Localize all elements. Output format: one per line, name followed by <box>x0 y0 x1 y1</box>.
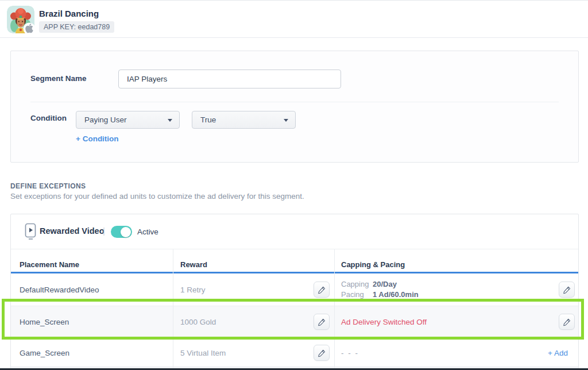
column-divider <box>334 249 335 369</box>
segment-name-input[interactable] <box>118 70 341 88</box>
condition-label: Condition <box>30 114 67 122</box>
define-exceptions-title: DEFINE EXCEPTIONS <box>10 182 86 190</box>
edit-reward-button[interactable] <box>314 314 330 330</box>
column-capping-pacing: Capping & Pacing <box>341 260 405 269</box>
add-condition-link[interactable]: + Condition <box>76 134 119 143</box>
app-key-badge: APP KEY: eedad789 <box>39 21 114 33</box>
pencil-icon <box>563 286 571 294</box>
condition-value-dropdown[interactable]: True <box>192 111 296 129</box>
ad-delivery-off-status: Ad Delivery Switched Off <box>341 318 427 326</box>
app-header-bar: Brazil Dancing APP KEY: eedad789 <box>0 0 588 38</box>
table-header-underline <box>11 272 578 273</box>
edit-reward-button[interactable] <box>314 345 330 361</box>
pacing-value: 1 Ad/60.0min <box>373 290 419 299</box>
apple-icon <box>23 22 36 36</box>
placement-name-cell: Game_Screen <box>20 349 69 357</box>
card-header-divider <box>11 249 578 249</box>
condition-value-value: True <box>200 115 216 124</box>
condition-type-dropdown[interactable]: Paying User <box>76 111 180 129</box>
column-divider <box>173 249 173 369</box>
rewarded-video-card: Rewarded Video | Active Placement Name R… <box>10 214 579 370</box>
active-toggle[interactable] <box>111 226 132 238</box>
chevron-down-icon <box>168 119 172 122</box>
empty-capping-cell: - - - <box>341 349 359 357</box>
placement-name-cell: Home_Screen <box>20 318 69 326</box>
app-title: Brazil Dancing <box>39 9 99 18</box>
header-separator: | <box>103 226 105 236</box>
reward-cell: 1 Retry <box>180 286 206 294</box>
capping-label: Capping <box>341 280 369 288</box>
pencil-icon <box>318 349 326 357</box>
chevron-down-icon <box>284 119 288 122</box>
pencil-icon <box>318 286 326 294</box>
placement-name-cell: DefaultRewardedVideo <box>20 286 99 294</box>
row-highlighted-background <box>11 306 578 338</box>
capping-value: 20/Day <box>373 280 397 288</box>
edit-capping-button[interactable] <box>559 314 575 330</box>
edit-reward-button[interactable] <box>314 282 330 298</box>
segment-panel: Segment Name Condition Paying User True … <box>10 51 579 163</box>
reward-cell: 5 Virtual Item <box>180 349 226 357</box>
page: Brazil Dancing APP KEY: eedad789 Segment… <box>0 0 588 370</box>
rewarded-video-icon <box>25 223 37 242</box>
panel-divider <box>30 102 559 102</box>
add-capping-link[interactable]: + Add <box>548 349 568 357</box>
ad-unit-name: Rewarded Video <box>40 226 105 236</box>
column-placement-name: Placement Name <box>20 260 79 269</box>
segment-name-label: Segment Name <box>30 74 87 83</box>
pencil-icon <box>318 318 326 326</box>
reward-cell: 1000 Gold <box>180 318 216 326</box>
define-exceptions-subtitle: Set exceptions for your defined ad units… <box>10 192 304 201</box>
toggle-knob <box>121 227 131 237</box>
pencil-icon <box>563 318 571 326</box>
edit-capping-button[interactable] <box>559 282 575 298</box>
pacing-label: Pacing <box>341 290 364 299</box>
condition-type-value: Paying User <box>84 115 127 124</box>
active-status-label: Active <box>137 228 158 236</box>
column-reward: Reward <box>180 260 207 269</box>
